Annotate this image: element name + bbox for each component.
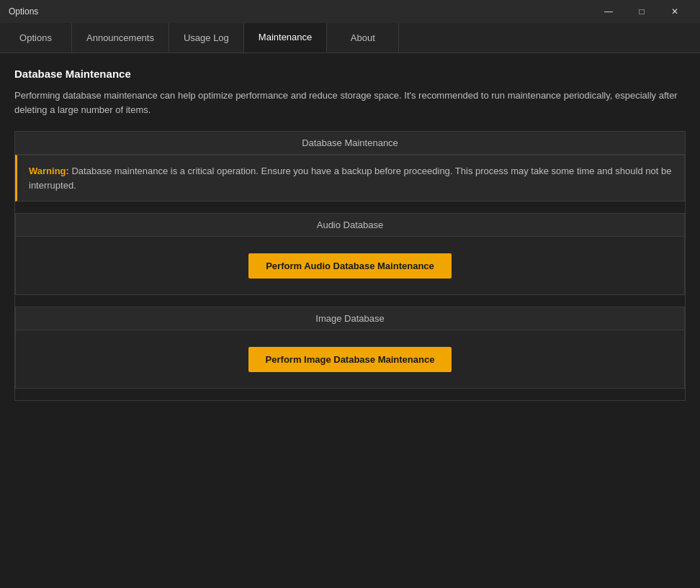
perform-image-maintenance-button[interactable]: Perform Image Database Maintenance <box>248 347 452 372</box>
main-window: Options — □ ✕ Options Announcements Usag… <box>0 0 700 588</box>
tab-maintenance[interactable]: Maintenance <box>244 23 327 53</box>
warning-box: Warning: Database maintenance is a criti… <box>15 155 685 202</box>
window-title: Options <box>9 6 38 17</box>
perform-audio-maintenance-button[interactable]: Perform Audio Database Maintenance <box>248 253 452 279</box>
title-bar-controls: — □ ✕ <box>592 0 691 23</box>
audio-database-body: Perform Audio Database Maintenance <box>16 237 684 294</box>
database-maintenance-header: Database Maintenance <box>15 132 685 155</box>
database-maintenance-section: Database Maintenance Warning: Database m… <box>14 131 686 401</box>
tab-announcements[interactable]: Announcements <box>72 23 169 53</box>
minimize-button[interactable]: — <box>592 0 625 23</box>
content-area: Database Maintenance Performing database… <box>0 53 700 588</box>
maximize-button[interactable]: □ <box>625 0 658 23</box>
image-database-header: Image Database <box>16 307 684 330</box>
title-bar: Options — □ ✕ <box>0 0 700 23</box>
title-bar-left: Options <box>9 6 38 17</box>
tab-usage-log[interactable]: Usage Log <box>169 23 244 53</box>
page-description: Performing database maintenance can help… <box>14 89 686 117</box>
tab-about[interactable]: About <box>327 23 399 53</box>
close-button[interactable]: ✕ <box>658 0 691 23</box>
image-database-body: Perform Image Database Maintenance <box>16 330 684 388</box>
audio-database-header: Audio Database <box>16 214 684 237</box>
audio-database-section: Audio Database Perform Audio Database Ma… <box>15 213 685 295</box>
nav-tabs: Options Announcements Usage Log Maintena… <box>0 23 700 53</box>
image-database-section: Image Database Perform Image Database Ma… <box>15 307 685 389</box>
warning-label: Warning: <box>29 166 69 176</box>
warning-text: Database maintenance is a critical opera… <box>29 166 671 191</box>
page-title: Database Maintenance <box>14 68 686 80</box>
tab-options[interactable]: Options <box>0 23 72 53</box>
